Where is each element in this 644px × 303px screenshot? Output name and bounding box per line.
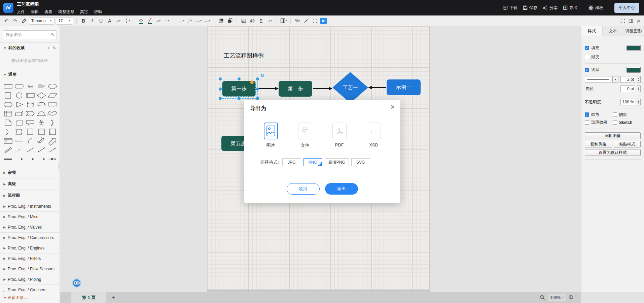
line-style-button[interactable]: ┄▾ [164,17,171,25]
favorites-section-header[interactable]: ▼ 我的收藏 + ✎ [0,42,60,53]
profile-center-button[interactable]: 个人中心 [614,3,639,13]
set-default-style-button[interactable]: 设置为默认样式 [585,149,641,156]
shape-search-input[interactable] [3,30,57,39]
arrow-start-button[interactable]: —▾ [195,17,202,25]
font-family-select[interactable]: Tahoma▼ [29,17,55,25]
hexagon-shape[interactable] [2,100,13,109]
node-arrow-shape[interactable] [47,155,58,164]
section-crushers[interactable]: ▶Proc. Eng. / Crushers Grindi... [0,285,60,292]
fill-color-swatch[interactable] [627,45,641,51]
arrow-end-button[interactable]: →▾ [177,17,185,25]
line-shape[interactable] [25,145,36,155]
export-type-image[interactable]: 图片 [264,123,278,148]
document-title[interactable]: 工艺流程图 [17,1,102,7]
insert-table-button[interactable]: ▾ [280,17,287,25]
export-type-xsd[interactable]: {...} XSD [367,123,381,148]
line-color-swatch[interactable] [627,67,641,73]
section-flowchart[interactable]: ▶流程图 [0,190,60,201]
flow-sample-1[interactable]: 示例一 [387,79,421,95]
fullscreen-icon[interactable] [620,19,625,23]
ellipse-shape[interactable] [47,82,58,91]
page-shape[interactable] [2,118,13,127]
perimeter-input[interactable]: 0 pt [620,86,635,92]
insert-image-button[interactable] [240,17,247,25]
circle-shape[interactable] [13,91,25,100]
perimeter-stepper[interactable]: ▲▼ [637,86,641,92]
section-instruments[interactable]: ▶Proc. Eng. / Instruments [0,201,60,212]
format-hd-png-button[interactable]: 高清PNG [325,158,349,166]
fill-checkbox[interactable]: ✓ [585,46,589,50]
sketch-checkbox[interactable]: ✓ [613,120,617,125]
block-arrow-shape[interactable] [47,136,58,145]
cylinder-shape[interactable] [25,100,36,109]
diamond-shape[interactable] [36,91,47,100]
menu-edit[interactable]: 编辑 [31,9,39,15]
opacity-input[interactable]: 100 % [620,99,635,105]
glass-effect-checkbox[interactable]: ✓ [585,120,589,125]
arrow-shape[interactable] [47,145,58,155]
opacity-stepper[interactable]: ▲▼ [637,99,641,105]
line-width-button[interactable]: ≡▾ [155,17,162,25]
text-align-button[interactable]: ≡▾ [115,17,122,25]
more-shapes-link[interactable]: + 更多图形... [4,295,27,301]
shadow-checkbox[interactable]: ✓ [613,112,617,117]
export-button[interactable]: 导出 [563,5,577,11]
rotate-handle-icon[interactable]: ↻ [260,73,264,78]
cube-shape[interactable] [13,109,25,118]
download-button[interactable]: 下载 [503,5,517,11]
actor-shape[interactable] [36,118,47,127]
menu-help[interactable]: 帮助 [94,9,102,15]
connector-style-button[interactable]: —▾ [204,17,211,25]
bold-button[interactable]: B [80,17,87,25]
menu-adjust-shape[interactable]: 调整图形 [58,9,74,15]
share-button[interactable]: 分享 [543,5,558,11]
text-block-shape[interactable] [36,82,47,91]
format-jpg-button[interactable]: JPG [282,158,301,166]
window-shape[interactable] [36,127,47,136]
line-color-button[interactable]: ╱ [146,17,153,25]
format-painter-button[interactable] [20,17,28,25]
section-piping[interactable]: ▶Proc. Eng. / Piping [0,274,60,285]
callout-shape[interactable] [25,118,36,127]
zoom-out-icon[interactable] [540,295,545,300]
tab-adjust-shape[interactable]: 调整图形 [623,26,644,36]
send-backward-button[interactable] [226,17,234,25]
format-png-button[interactable]: PNG ✓ [303,158,322,166]
save-button[interactable]: 保存 [523,5,537,11]
cancel-button[interactable]: 取消 [287,183,320,195]
section-flow-sensors[interactable]: ▶Proc. Eng. / Flow Sensors [0,264,60,274]
triangle-shape[interactable] [13,100,25,109]
dash-arrow-2-shape[interactable] [25,155,36,164]
double-diagonal-arrow-shape[interactable] [36,136,47,145]
trapezoid-shape[interactable] [36,109,47,118]
add-page-button[interactable]: + [112,294,115,301]
rectangle-shape[interactable] [2,82,13,91]
edit-image-button[interactable]: 编辑图像 [585,132,641,139]
add-favorite-icon[interactable]: + [47,45,50,50]
dash-arrow-1-shape[interactable] [13,155,25,164]
section-misc[interactable]: ▶杂项 [0,167,60,178]
zoom-level-select[interactable]: 100%▾ [548,294,566,301]
line-style-select[interactable] [585,76,611,83]
insert-more-button[interactable]: +▾ [266,17,274,25]
format-svg-button[interactable]: SVG [351,158,370,166]
section-proc-misc[interactable]: ▶Proc. Eng. / Misc [0,212,60,222]
cloud-shape[interactable] [36,100,47,109]
square-2-shape[interactable] [25,127,36,136]
canvas-horizontal-scrollbar[interactable] [207,290,430,292]
thick-line-shape[interactable] [2,155,13,164]
section-compressors[interactable]: ▶Proc. Eng. / Compressors [0,233,60,243]
rounded-corner-checkbox[interactable]: ✓ [585,112,589,117]
square-shape[interactable] [2,91,13,100]
toggle-panel-icon[interactable] [629,19,633,23]
parallelogram-shape[interactable] [47,91,58,100]
collapse-toolbar-icon[interactable] [637,19,641,23]
frame-button[interactable] [311,17,319,25]
chevron-shape[interactable] [25,109,36,118]
line-spacing-button[interactable]: ⋮▾ [123,17,131,25]
style-preset-button[interactable]: %▾ [294,17,301,25]
dashed-edge-rect-shape[interactable] [47,127,58,136]
two-way-arrow-shape[interactable] [36,145,47,155]
flow-step-2[interactable]: 第二步 [279,81,312,97]
zoom-in-icon[interactable] [569,295,574,300]
